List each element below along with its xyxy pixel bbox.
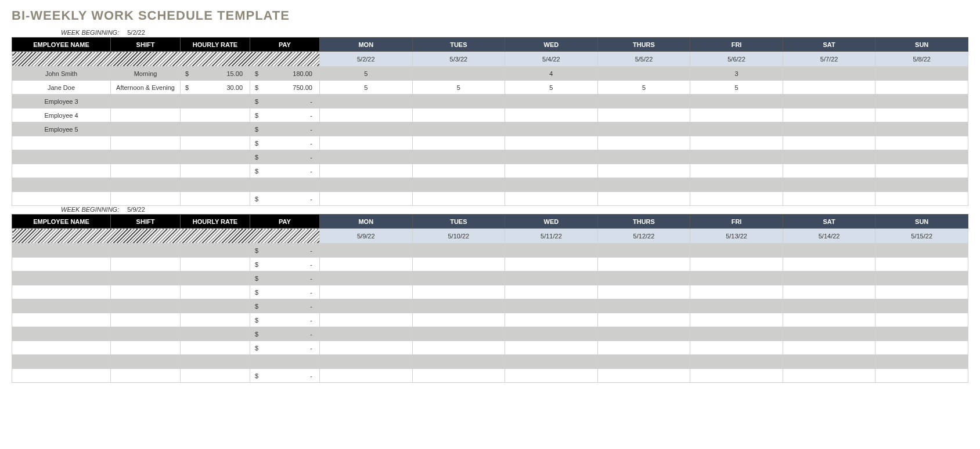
hours-cell[interactable]: [320, 271, 413, 285]
shift-cell[interactable]: [111, 192, 181, 206]
hours-cell[interactable]: [875, 313, 968, 327]
hours-cell[interactable]: [505, 258, 598, 271]
hours-cell[interactable]: [412, 164, 505, 178]
hours-cell[interactable]: [505, 150, 598, 164]
shift-cell[interactable]: [111, 341, 181, 355]
shift-cell[interactable]: [111, 136, 181, 150]
hourly-rate-cell[interactable]: $15.00: [181, 67, 250, 81]
pay-cell[interactable]: $-: [250, 341, 320, 355]
hours-cell[interactable]: 5: [320, 67, 413, 81]
employee-name-cell[interactable]: [12, 150, 111, 164]
hours-cell[interactable]: [690, 122, 783, 136]
hourly-rate-cell[interactable]: [181, 285, 250, 299]
hours-cell[interactable]: [783, 244, 875, 258]
shift-cell[interactable]: [111, 150, 181, 164]
hours-cell[interactable]: [320, 244, 413, 258]
pay-cell[interactable]: [250, 355, 320, 369]
hours-cell[interactable]: [690, 244, 783, 258]
employee-name-cell[interactable]: [12, 258, 111, 271]
employee-name-cell[interactable]: [12, 271, 111, 285]
hours-cell[interactable]: [783, 271, 875, 285]
hours-cell[interactable]: [505, 136, 598, 150]
shift-cell[interactable]: [111, 258, 181, 271]
hours-cell[interactable]: [875, 299, 968, 313]
hours-cell[interactable]: [875, 355, 968, 369]
hours-cell[interactable]: [505, 299, 598, 313]
hours-cell[interactable]: [412, 178, 505, 192]
employee-name-cell[interactable]: [12, 327, 111, 341]
hours-cell[interactable]: [412, 95, 505, 108]
hourly-rate-cell[interactable]: [181, 313, 250, 327]
hours-cell[interactable]: [320, 164, 413, 178]
pay-cell[interactable]: $-: [250, 299, 320, 313]
hours-cell[interactable]: [505, 164, 598, 178]
hours-cell[interactable]: 5: [597, 81, 690, 95]
pay-cell[interactable]: $-: [250, 327, 320, 341]
hours-cell[interactable]: [597, 341, 690, 355]
hours-cell[interactable]: [505, 108, 598, 122]
hourly-rate-cell[interactable]: [181, 95, 250, 108]
hours-cell[interactable]: [412, 67, 505, 81]
hours-cell[interactable]: [690, 271, 783, 285]
hours-cell[interactable]: [597, 271, 690, 285]
hours-cell[interactable]: [690, 355, 783, 369]
hours-cell[interactable]: [320, 108, 413, 122]
hourly-rate-cell[interactable]: [181, 150, 250, 164]
hourly-rate-cell[interactable]: [181, 192, 250, 206]
hours-cell[interactable]: [690, 164, 783, 178]
hours-cell[interactable]: [783, 164, 875, 178]
hours-cell[interactable]: [690, 150, 783, 164]
hours-cell[interactable]: [783, 341, 875, 355]
hours-cell[interactable]: [320, 136, 413, 150]
hours-cell[interactable]: [690, 258, 783, 271]
hours-cell[interactable]: [597, 313, 690, 327]
hours-cell[interactable]: [320, 355, 413, 369]
hours-cell[interactable]: [783, 313, 875, 327]
hours-cell[interactable]: [597, 258, 690, 271]
hours-cell[interactable]: [505, 122, 598, 136]
hours-cell[interactable]: [690, 313, 783, 327]
hours-cell[interactable]: [875, 150, 968, 164]
hours-cell[interactable]: [412, 355, 505, 369]
hours-cell[interactable]: [783, 81, 875, 95]
hours-cell[interactable]: [505, 271, 598, 285]
hours-cell[interactable]: [412, 313, 505, 327]
hours-cell[interactable]: [690, 327, 783, 341]
hours-cell[interactable]: [412, 108, 505, 122]
hours-cell[interactable]: [597, 136, 690, 150]
hours-cell[interactable]: [783, 258, 875, 271]
employee-name-cell[interactable]: [12, 285, 111, 299]
hours-cell[interactable]: [597, 95, 690, 108]
employee-name-cell[interactable]: [12, 313, 111, 327]
hourly-rate-cell[interactable]: [181, 122, 250, 136]
hours-cell[interactable]: [412, 244, 505, 258]
employee-name-cell[interactable]: [12, 244, 111, 258]
employee-name-cell[interactable]: [12, 136, 111, 150]
pay-cell[interactable]: $-: [250, 271, 320, 285]
pay-cell[interactable]: [250, 178, 320, 192]
hours-cell[interactable]: [597, 369, 690, 383]
hours-cell[interactable]: [505, 341, 598, 355]
hours-cell[interactable]: [690, 136, 783, 150]
hours-cell[interactable]: [783, 136, 875, 150]
hours-cell[interactable]: [320, 369, 413, 383]
hours-cell[interactable]: [505, 178, 598, 192]
pay-cell[interactable]: $-: [250, 108, 320, 122]
hours-cell[interactable]: [875, 192, 968, 206]
shift-cell[interactable]: [111, 95, 181, 108]
employee-name-cell[interactable]: Employee 3: [12, 95, 111, 108]
shift-cell[interactable]: [111, 355, 181, 369]
hours-cell[interactable]: [783, 192, 875, 206]
hours-cell[interactable]: [412, 271, 505, 285]
hours-cell[interactable]: [690, 299, 783, 313]
hours-cell[interactable]: [690, 95, 783, 108]
hours-cell[interactable]: [412, 122, 505, 136]
hours-cell[interactable]: [505, 313, 598, 327]
employee-name-cell[interactable]: Employee 5: [12, 122, 111, 136]
hours-cell[interactable]: [597, 108, 690, 122]
hours-cell[interactable]: [690, 341, 783, 355]
hours-cell[interactable]: [320, 341, 413, 355]
hours-cell[interactable]: [783, 285, 875, 299]
hourly-rate-cell[interactable]: [181, 327, 250, 341]
hours-cell[interactable]: [875, 285, 968, 299]
